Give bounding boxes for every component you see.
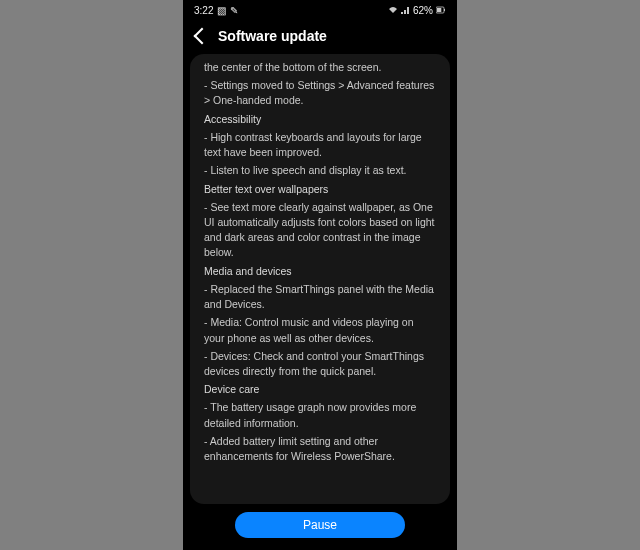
notes-line: - Devices: Check and control your SmartT… — [204, 349, 436, 379]
section-title: Better text over wallpapers — [204, 182, 436, 197]
notes-line: - Added battery limit setting and other … — [204, 434, 436, 464]
notes-line: - Listen to live speech and display it a… — [204, 163, 436, 178]
section-title: Accessibility — [204, 112, 436, 127]
status-bar: 3:22 ▧ ✎ 62% — [184, 0, 456, 22]
battery-text: 62% — [413, 6, 433, 16]
phone-frame: 3:22 ▧ ✎ 62% Software update the center … — [184, 0, 456, 550]
section-title: Media and devices — [204, 264, 436, 279]
page-title: Software update — [218, 28, 327, 44]
notes-line: - High contrast keyboards and layouts fo… — [204, 130, 436, 160]
chevron-left-icon — [194, 28, 211, 45]
battery-icon — [436, 6, 446, 16]
release-notes-card: the center of the bottom of the screen. … — [190, 54, 450, 504]
notes-line: - See text more clearly against wallpape… — [204, 200, 436, 261]
section-title: Device care — [204, 382, 436, 397]
notes-line: - Settings moved to Settings > Advanced … — [204, 78, 436, 108]
pause-button-label: Pause — [303, 518, 337, 532]
status-time: 3:22 — [194, 6, 213, 16]
release-notes-scroll[interactable]: the center of the bottom of the screen. … — [190, 54, 450, 477]
status-right: 62% — [388, 6, 446, 16]
notes-line: - Replaced the SmartThings panel with th… — [204, 282, 436, 312]
edit-icon: ✎ — [230, 6, 238, 16]
svg-rect-2 — [437, 8, 441, 12]
signal-icon — [401, 6, 410, 16]
notes-line: the center of the bottom of the screen. — [204, 60, 436, 75]
back-button[interactable] — [196, 30, 208, 42]
notes-line: - The battery usage graph now provides m… — [204, 400, 436, 430]
wifi-icon — [388, 6, 398, 16]
image-icon: ▧ — [217, 6, 226, 16]
title-bar: Software update — [184, 22, 456, 54]
svg-rect-1 — [444, 9, 445, 11]
status-left: 3:22 ▧ ✎ — [194, 6, 238, 16]
notes-line: - Media: Control music and videos playin… — [204, 315, 436, 345]
pause-button[interactable]: Pause — [235, 512, 405, 538]
bottom-bar: Pause — [184, 504, 456, 550]
